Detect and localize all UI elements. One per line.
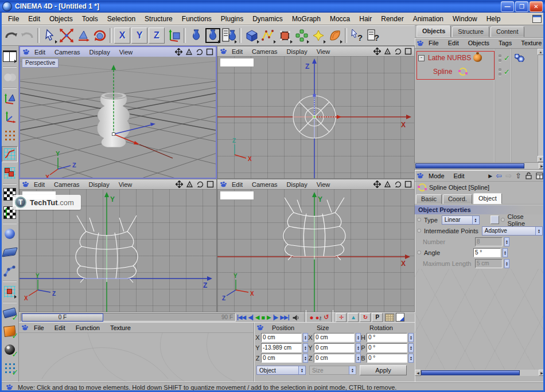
scroll-right-icon[interactable]: ▶: [539, 163, 545, 169]
viewport-shading-icon[interactable]: ✓: [2, 342, 17, 357]
vp-menu-display[interactable]: Display: [282, 181, 312, 188]
size-z-stepper[interactable]: [356, 354, 361, 363]
tab-content[interactable]: Content: [490, 26, 524, 37]
vp-menu-cameras[interactable]: Cameras: [49, 181, 84, 188]
zoom-view-icon[interactable]: [384, 181, 391, 188]
mm-menu-edit[interactable]: Edit: [49, 324, 71, 331]
point-mode-icon[interactable]: [2, 128, 17, 143]
am-menu-edit[interactable]: Edit: [449, 173, 469, 179]
stop-button[interactable]: ■: [261, 314, 264, 321]
vp-menu-view[interactable]: View: [312, 48, 335, 55]
previous-key-button[interactable]: ◀|: [248, 314, 253, 320]
sound-toggle-icon[interactable]: [292, 314, 300, 321]
mm-menu-function[interactable]: Function: [71, 324, 105, 331]
restore-button[interactable]: ❐: [515, 1, 528, 12]
point-snap-icon[interactable]: [2, 284, 17, 299]
visibility-toggles[interactable]: [496, 66, 510, 77]
lock-icon[interactable]: [525, 172, 532, 179]
viewport-perspective-canvas[interactable]: Perspective: [20, 57, 216, 178]
add-particle-object-button[interactable]: [310, 28, 326, 44]
maximum-length-stepper[interactable]: [504, 259, 509, 268]
size-y-stepper[interactable]: [356, 343, 361, 352]
play-button[interactable]: ▶: [267, 314, 271, 320]
object-axis-mode-icon[interactable]: [2, 109, 17, 124]
close-spline-checkbox[interactable]: [490, 215, 499, 224]
om-menu-file[interactable]: File: [424, 40, 443, 46]
vp-menu-edit[interactable]: Edit: [227, 181, 247, 188]
layout-switch-icon[interactable]: [2, 49, 17, 64]
dropdown-stepper-icon[interactable]: [472, 216, 479, 224]
make-editable-icon[interactable]: [2, 70, 17, 85]
zoom-view-icon[interactable]: [186, 181, 193, 188]
menu-dynamics[interactable]: Dynamics: [248, 14, 287, 24]
panel-config-icon[interactable]: [536, 173, 543, 179]
viewport-front-canvas[interactable]: Y X Y Z X: [217, 189, 414, 312]
tree-item-spline[interactable]: Spline: [431, 66, 467, 77]
add-modeling-object-button[interactable]: [293, 28, 310, 44]
redo-icon[interactable]: [19, 28, 36, 44]
size-x-input[interactable]: 0 cm: [314, 333, 355, 342]
y-axis-lock-button[interactable]: Y: [131, 28, 147, 44]
am-menu-mode[interactable]: Mode: [424, 173, 449, 179]
zoom-view-icon[interactable]: [185, 48, 193, 56]
vp-menu-cameras[interactable]: Cameras: [50, 49, 85, 56]
key-parameter-toggle[interactable]: P: [372, 313, 383, 322]
rotation-h-input[interactable]: 0 °: [367, 333, 407, 342]
undo-icon[interactable]: [2, 28, 19, 44]
hscroll-thumb[interactable]: [421, 370, 520, 375]
render-view-button[interactable]: [188, 28, 204, 44]
size-y-input[interactable]: 0 cm: [314, 343, 355, 352]
dropdown-stepper-icon[interactable]: [349, 366, 356, 374]
om-menu-tags[interactable]: Tags: [494, 40, 516, 46]
menu-objects[interactable]: Objects: [45, 14, 77, 24]
key-position-toggle[interactable]: ✛: [336, 313, 347, 322]
zoom-view-icon[interactable]: [384, 48, 391, 55]
menu-plugins[interactable]: Plugins: [216, 14, 248, 24]
add-spline-button[interactable]: [260, 28, 277, 44]
menu-structure[interactable]: Structure: [140, 14, 177, 24]
previous-frame-button[interactable]: ◀: [255, 314, 259, 320]
key-scale-toggle[interactable]: ▲: [348, 313, 359, 322]
vp-menu-edit[interactable]: Edit: [227, 48, 247, 55]
visibility-toggles[interactable]: [496, 52, 510, 64]
object-label[interactable]: Spline: [433, 68, 452, 76]
position-y-input[interactable]: -13.989 cm: [261, 343, 302, 352]
menu-selection[interactable]: Selection: [103, 14, 140, 24]
key-rotation-toggle[interactable]: ↻: [360, 313, 371, 322]
rotation-b-input[interactable]: 0 °: [367, 354, 407, 363]
vp-menu-cameras[interactable]: Cameras: [247, 181, 282, 188]
angle-input[interactable]: 5 °: [473, 248, 501, 257]
size-z-input[interactable]: 0 cm: [314, 354, 355, 363]
rotate-view-icon[interactable]: [394, 181, 402, 188]
vp-menu-cameras[interactable]: Cameras: [247, 48, 282, 55]
add-hypernurbs-button[interactable]: [277, 28, 293, 44]
parent-up-icon[interactable]: ⇧: [515, 171, 521, 180]
joint-tool-icon[interactable]: [2, 226, 17, 241]
intermediate-points-dropdown[interactable]: Adaptive: [482, 226, 543, 236]
scale-tool[interactable]: [75, 28, 91, 44]
type-dropdown[interactable]: Linear: [442, 215, 480, 225]
coord-mode-dropdown[interactable]: Object: [256, 366, 306, 375]
position-z-stepper[interactable]: [303, 354, 308, 363]
scroll-right-icon[interactable]: ▶: [539, 370, 545, 376]
go-to-start-button[interactable]: |◀◀: [237, 314, 246, 320]
rotation-p-input[interactable]: 0 °: [367, 343, 407, 352]
scroll-down-icon[interactable]: ▼: [538, 156, 544, 162]
position-x-stepper[interactable]: [303, 333, 308, 342]
mm-menu-file[interactable]: File: [29, 324, 49, 331]
close-button[interactable]: ✕: [530, 1, 543, 12]
vp-menu-view[interactable]: View: [114, 181, 137, 188]
om-menu-edit[interactable]: Edit: [443, 40, 464, 46]
menu-hair[interactable]: Hair: [355, 14, 376, 24]
menu-functions[interactable]: Functions: [177, 14, 216, 24]
enable-snap-icon[interactable]: ✓: [2, 305, 17, 320]
title-bar[interactable]: CINEMA 4D - [Untitled 1 *] — ❐ ✕: [0, 0, 545, 13]
hscroll-thumb[interactable]: [415, 163, 524, 168]
maximize-view-icon[interactable]: [206, 48, 213, 56]
history-back-icon[interactable]: ⇦: [496, 171, 502, 180]
object-tree-hscrollbar[interactable]: ▶: [415, 163, 545, 169]
number-input[interactable]: 8: [475, 237, 503, 246]
vp-menu-display[interactable]: Display: [282, 48, 312, 55]
maximize-view-icon[interactable]: [207, 181, 214, 188]
tag-phong[interactable]: [515, 52, 524, 64]
